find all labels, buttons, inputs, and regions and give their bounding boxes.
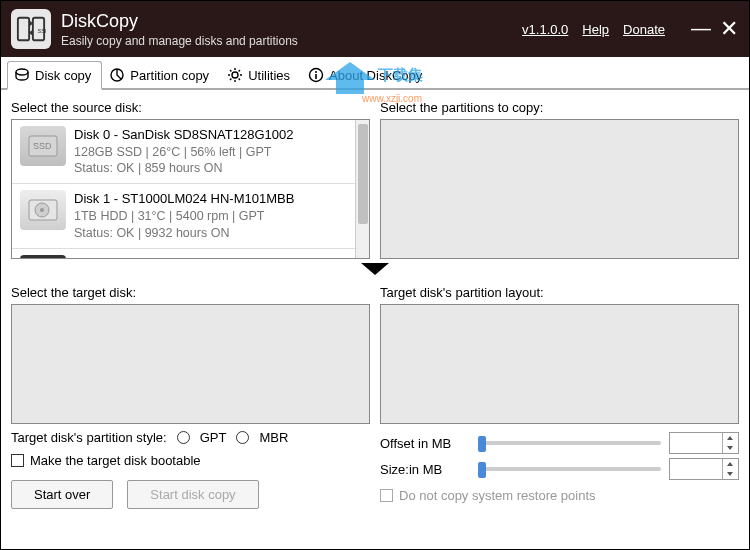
disk-name: Disk 2 - CT1000P5PSSD8 [74, 255, 361, 258]
partition-style-label: Target disk's partition style: [11, 430, 167, 445]
source-disk-panel: SSD Disk 0 - SanDisk SD8SNAT128G1002 128… [11, 119, 370, 259]
target-disk-panel[interactable] [11, 304, 370, 424]
source-disk-label: Select the source disk: [11, 100, 370, 115]
tab-label: Disk copy [35, 68, 91, 83]
disk-info: 1TB HDD | 31°C | 5400 rpm | GPT [74, 208, 361, 225]
app-icon: SSD [11, 9, 51, 49]
partitions-panel [380, 119, 739, 259]
disk-item[interactable]: Disk 2 - CT1000P5PSSD8 1TB NVMe SSD | 33… [12, 249, 369, 258]
source-disk-list[interactable]: SSD Disk 0 - SanDisk SD8SNAT128G1002 128… [12, 120, 369, 258]
info-icon [308, 67, 324, 83]
mbr-label: MBR [259, 430, 288, 445]
disk-status: Status: OK | 859 hours ON [74, 160, 361, 177]
tab-about[interactable]: About DiskCopy [301, 61, 433, 88]
spinner-icon[interactable] [722, 433, 738, 453]
disk-status: Status: OK | 9932 hours ON [74, 225, 361, 242]
arrow-down-icon [11, 261, 739, 279]
svg-rect-8 [315, 74, 317, 79]
donate-link[interactable]: Donate [623, 22, 665, 37]
svg-point-7 [315, 71, 317, 73]
offset-label: Offset in MB [380, 436, 470, 451]
size-input[interactable] [669, 458, 739, 480]
tab-partition-copy[interactable]: Partition copy [102, 61, 220, 88]
nvme-icon [20, 255, 66, 258]
ssd-icon: SSD [20, 126, 66, 166]
size-label: Size:in MB [380, 462, 470, 477]
gpt-radio[interactable] [177, 431, 190, 444]
disk-item[interactable]: SSD Disk 0 - SanDisk SD8SNAT128G1002 128… [12, 120, 369, 184]
start-over-button[interactable]: Start over [11, 480, 113, 509]
mbr-radio[interactable] [236, 431, 249, 444]
tab-label: About DiskCopy [329, 68, 422, 83]
partitions-label: Select the partitions to copy: [380, 100, 739, 115]
help-link[interactable]: Help [582, 22, 609, 37]
target-layout-panel [380, 304, 739, 424]
offset-slider[interactable] [478, 441, 661, 445]
size-slider[interactable] [478, 467, 661, 471]
tab-bar: Disk copy Partition copy Utilities About… [1, 57, 749, 90]
disk-name: Disk 0 - SanDisk SD8SNAT128G1002 [74, 126, 361, 144]
start-disk-copy-button[interactable]: Start disk copy [127, 480, 258, 509]
tab-disk-copy[interactable]: Disk copy [7, 61, 102, 90]
close-button[interactable]: ✕ [719, 18, 739, 40]
disk-name: Disk 1 - ST1000LM024 HN-M101MBB [74, 190, 361, 208]
disk-item[interactable]: Disk 1 - ST1000LM024 HN-M101MBB 1TB HDD … [12, 184, 369, 248]
app-title: DiskCopy [61, 11, 298, 32]
gpt-label: GPT [200, 430, 227, 445]
offset-input[interactable] [669, 432, 739, 454]
svg-text:SSD: SSD [38, 28, 46, 34]
svg-point-5 [232, 72, 238, 78]
target-disk-label: Select the target disk: [11, 285, 370, 300]
minimize-button[interactable]: — [691, 18, 711, 40]
spinner-icon[interactable] [722, 459, 738, 479]
target-layout-label: Target disk's partition layout: [380, 285, 739, 300]
bootable-checkbox[interactable] [11, 454, 24, 467]
svg-point-13 [40, 208, 44, 212]
disk-info: 128GB SSD | 26°C | 56% left | GPT [74, 144, 361, 161]
disk-icon [14, 67, 30, 83]
svg-rect-0 [18, 18, 29, 41]
tab-label: Utilities [248, 68, 290, 83]
version-link[interactable]: v1.1.0.0 [522, 22, 568, 37]
no-restore-checkbox[interactable] [380, 489, 393, 502]
svg-text:SSD: SSD [33, 141, 52, 151]
svg-point-3 [16, 69, 28, 75]
hdd-icon [20, 190, 66, 230]
no-restore-label: Do not copy system restore points [399, 488, 596, 503]
partition-icon [109, 67, 125, 83]
tab-utilities[interactable]: Utilities [220, 61, 301, 88]
scrollbar[interactable] [355, 120, 369, 258]
bootable-label: Make the target disk bootable [30, 453, 201, 468]
app-subtitle: Easily copy and manage disks and partiti… [61, 34, 298, 48]
gear-icon [227, 67, 243, 83]
tab-label: Partition copy [130, 68, 209, 83]
